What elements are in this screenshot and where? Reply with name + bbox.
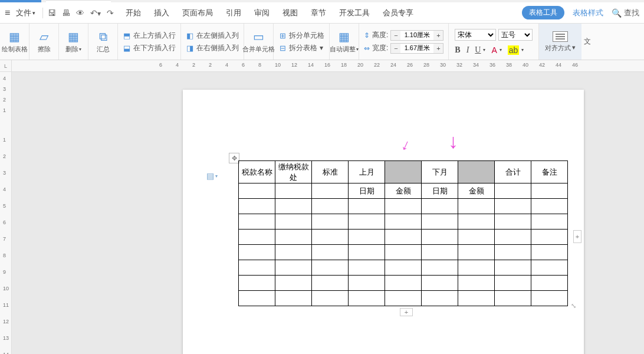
insert-col-left[interactable]: ◧在左侧插入列	[186, 31, 239, 41]
table-cell[interactable]	[422, 199, 458, 214]
table-cell[interactable]: 金额	[385, 183, 422, 199]
table-cell[interactable]	[458, 245, 495, 260]
add-row-handle[interactable]: +	[400, 308, 413, 316]
table-cell[interactable]	[275, 245, 312, 260]
table-cell[interactable]	[275, 214, 312, 230]
insert-col-right[interactable]: ◨在右侧插入列	[186, 43, 239, 53]
table-cell[interactable]	[349, 199, 385, 214]
font-name-select[interactable]: 宋体	[455, 29, 496, 41]
table-cell[interactable]	[385, 276, 422, 291]
table-cell[interactable]	[239, 214, 275, 230]
file-menu[interactable]: 文件▾	[14, 6, 38, 19]
table-cell[interactable]	[385, 291, 422, 306]
table-cell[interactable]	[458, 291, 495, 306]
table-cell[interactable]	[495, 245, 531, 260]
menu-开发工具[interactable]: 开发工具	[338, 5, 371, 21]
table-cell[interactable]	[495, 276, 531, 291]
table-cell[interactable]	[275, 183, 312, 199]
table-cell[interactable]: 缴纳税款处	[275, 161, 312, 183]
align-button[interactable]: 对齐方式▾	[539, 24, 581, 60]
table-cell[interactable]	[239, 291, 275, 306]
table-cell[interactable]	[349, 276, 385, 291]
table-cell[interactable]	[349, 260, 385, 276]
save-icon[interactable]: 🖫	[48, 8, 56, 18]
table-cell[interactable]: 备注	[531, 161, 568, 183]
table-cell[interactable]	[422, 276, 458, 291]
table-options-icon[interactable]: ▤▾	[206, 171, 218, 181]
table-cell[interactable]	[239, 260, 275, 276]
table-cell[interactable]	[495, 199, 531, 214]
horizontal-ruler[interactable]: 6422468101214161820222426283032343638404…	[12, 60, 644, 72]
table-cell[interactable]	[531, 183, 568, 199]
table-cell[interactable]	[239, 183, 275, 199]
table-cell[interactable]	[349, 214, 385, 230]
table-cell[interactable]	[495, 260, 531, 276]
table-cell[interactable]	[275, 230, 312, 245]
table-cell[interactable]	[239, 199, 275, 214]
table-cell[interactable]	[458, 230, 495, 245]
table-cell[interactable]	[531, 291, 568, 306]
menu-章节[interactable]: 章节	[310, 5, 327, 21]
table-cell[interactable]: 合计	[495, 161, 531, 183]
table-resize-handle[interactable]: ⤡	[571, 302, 576, 310]
table-cell[interactable]: 标准	[312, 161, 349, 183]
table-cell[interactable]	[385, 199, 422, 214]
table-cell[interactable]	[422, 260, 458, 276]
underline-button[interactable]: U	[475, 45, 481, 55]
table-cell[interactable]	[312, 183, 349, 199]
table-cell[interactable]	[349, 230, 385, 245]
menu-开始[interactable]: 开始	[124, 5, 142, 21]
height-input[interactable]	[400, 32, 433, 39]
table-cell[interactable]	[312, 199, 349, 214]
table-cell[interactable]	[531, 214, 568, 230]
table-cell[interactable]	[312, 291, 349, 306]
table-cell[interactable]	[275, 291, 312, 306]
highlight-button[interactable]: ab	[508, 45, 520, 55]
delete-button[interactable]: ▦ 删除▾	[59, 24, 88, 60]
table-cell[interactable]	[422, 214, 458, 230]
width-decrease[interactable]: −	[391, 44, 400, 53]
table-cell[interactable]	[458, 276, 495, 291]
table-cell[interactable]	[385, 245, 422, 260]
app-menu-icon[interactable]: ≡	[5, 8, 10, 18]
table-cell[interactable]	[458, 214, 495, 230]
table-cell[interactable]	[312, 260, 349, 276]
table-cell[interactable]	[531, 260, 568, 276]
table-cell[interactable]	[495, 183, 531, 199]
print-icon[interactable]: 🖶	[62, 8, 70, 18]
table-cell[interactable]: 日期	[349, 183, 385, 199]
table-cell[interactable]	[349, 245, 385, 260]
table-cell[interactable]	[349, 291, 385, 306]
eraser-button[interactable]: ▱ 擦除	[29, 24, 59, 60]
table-cell[interactable]	[495, 230, 531, 245]
table-cell[interactable]	[385, 230, 422, 245]
ribbon-overflow[interactable]: 文	[581, 24, 593, 60]
table-cell[interactable]	[275, 260, 312, 276]
redo-icon[interactable]: ↷	[107, 8, 114, 18]
menu-引用[interactable]: 引用	[225, 5, 242, 21]
undo-icon[interactable]: ↶▾	[90, 8, 101, 18]
table-cell[interactable]	[312, 276, 349, 291]
table-cell[interactable]	[495, 291, 531, 306]
menu-会员专享[interactable]: 会员专享	[382, 5, 415, 21]
table-cell[interactable]: 上月	[349, 161, 385, 183]
table-cell[interactable]	[531, 199, 568, 214]
table-cell[interactable]	[458, 161, 495, 183]
autofit-button[interactable]: ▦ 自动调整▾	[330, 24, 359, 60]
table-cell[interactable]	[312, 214, 349, 230]
bold-button[interactable]: B	[455, 45, 460, 55]
table-cell[interactable]	[239, 245, 275, 260]
menu-视图[interactable]: 视图	[281, 5, 299, 21]
table-cell[interactable]	[422, 245, 458, 260]
table-cell[interactable]	[275, 276, 312, 291]
context-tab-table-style[interactable]: 表格样式	[573, 8, 603, 18]
table-cell[interactable]	[422, 291, 458, 306]
table-cell[interactable]	[312, 245, 349, 260]
table-cell[interactable]	[531, 276, 568, 291]
table-cell[interactable]	[385, 161, 422, 183]
menu-插入[interactable]: 插入	[153, 5, 170, 21]
summary-button[interactable]: ⧉ 汇总	[88, 24, 118, 60]
menu-审阅[interactable]: 审阅	[253, 5, 271, 21]
table-cell[interactable]: 日期	[422, 183, 458, 199]
split-table[interactable]: ⊟拆分表格▾	[278, 43, 323, 53]
